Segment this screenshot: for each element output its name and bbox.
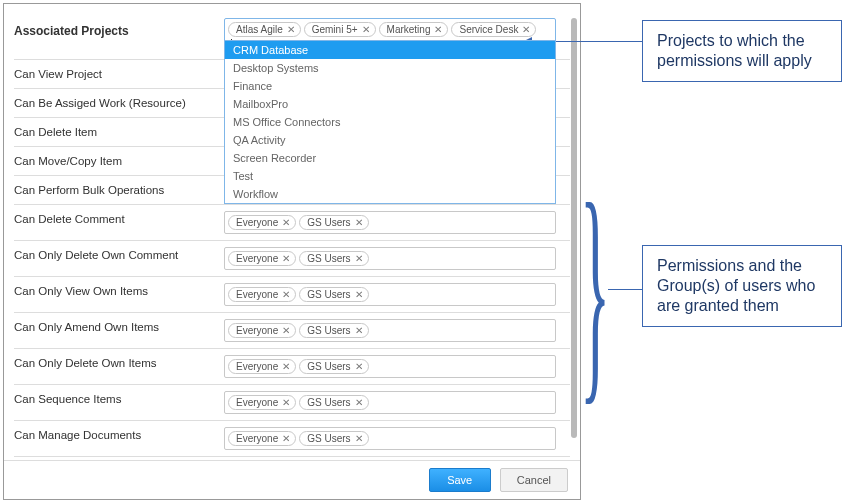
permission-groups-input[interactable]: Everyone✕GS Users✕ <box>224 283 556 306</box>
tag-label: GS Users <box>307 325 350 336</box>
permission-row: Can Only Amend Own ItemsEveryone✕GS User… <box>14 313 570 349</box>
permission-groups-input[interactable]: Everyone✕GS Users✕ <box>224 427 556 450</box>
group-tag[interactable]: GS Users✕ <box>299 323 368 338</box>
group-tag[interactable]: Everyone✕ <box>228 323 296 338</box>
dropdown-item[interactable]: MailboxPro <box>225 95 555 113</box>
group-tag[interactable]: Everyone✕ <box>228 287 296 302</box>
permission-row: Can Only Delete Own ItemsEveryone✕GS Use… <box>14 349 570 385</box>
group-tag[interactable]: Everyone✕ <box>228 431 296 446</box>
project-tag[interactable]: Marketing✕ <box>379 22 449 37</box>
remove-tag-icon[interactable]: ✕ <box>355 433 363 444</box>
remove-tag-icon[interactable]: ✕ <box>522 24 530 35</box>
dropdown-item[interactable]: Workflow <box>225 185 555 203</box>
group-tag[interactable]: Everyone✕ <box>228 251 296 266</box>
permission-label: Can Move/Copy Item <box>14 147 224 175</box>
permission-label: Can Manage Planner Board <box>14 457 224 460</box>
remove-tag-icon[interactable]: ✕ <box>355 217 363 228</box>
dropdown-item[interactable]: Finance <box>225 77 555 95</box>
callout-projects: Projects to which the permissions will a… <box>642 20 842 82</box>
save-button[interactable]: Save <box>429 468 491 492</box>
remove-tag-icon[interactable]: ✕ <box>282 217 290 228</box>
permissions-panel: Associated Projects Atlas Agile✕Gemini 5… <box>3 3 581 500</box>
permission-label: Can Sequence Items <box>14 385 224 413</box>
group-tag[interactable]: GS Users✕ <box>299 359 368 374</box>
permission-groups-cell: Everyone✕GS Users✕ <box>224 241 570 276</box>
permission-label: Can Only Delete Own Items <box>14 349 224 377</box>
group-tag[interactable]: GS Users✕ <box>299 431 368 446</box>
permission-row: Can Only Delete Own CommentEveryone✕GS U… <box>14 241 570 277</box>
dropdown-item[interactable]: Screen Recorder <box>225 149 555 167</box>
tag-label: Everyone <box>236 217 278 228</box>
button-bar: Save Cancel <box>4 460 580 499</box>
remove-tag-icon[interactable]: ✕ <box>362 24 370 35</box>
group-tag[interactable]: GS Users✕ <box>299 251 368 266</box>
permission-groups-input[interactable]: Everyone✕GS Users✕ <box>224 391 556 414</box>
group-tag[interactable]: GS Users✕ <box>299 287 368 302</box>
tag-label: GS Users <box>307 397 350 408</box>
permission-label: Can Only Amend Own Items <box>14 313 224 341</box>
tag-label: Everyone <box>236 397 278 408</box>
remove-tag-icon[interactable]: ✕ <box>282 253 290 264</box>
tag-label: Everyone <box>236 325 278 336</box>
dropdown-item[interactable]: MS Office Connectors <box>225 113 555 131</box>
associated-projects-row: Associated Projects Atlas Agile✕Gemini 5… <box>14 12 570 60</box>
project-tag[interactable]: Atlas Agile✕ <box>228 22 301 37</box>
remove-tag-icon[interactable]: ✕ <box>282 325 290 336</box>
permission-row: Can Delete CommentEveryone✕GS Users✕ <box>14 205 570 241</box>
permission-groups-input[interactable]: Everyone✕GS Users✕ <box>224 247 556 270</box>
callout-projects-text: Projects to which the permissions will a… <box>657 32 812 69</box>
associated-projects-cell: Atlas Agile✕Gemini 5+✕Marketing✕Service … <box>224 12 570 59</box>
tag-label: GS Users <box>307 217 350 228</box>
remove-tag-icon[interactable]: ✕ <box>434 24 442 35</box>
tag-label: Marketing <box>387 24 431 35</box>
scrollbar[interactable] <box>571 18 577 438</box>
dropdown-item[interactable]: Test <box>225 167 555 185</box>
permission-groups-cell: Everyone✕GS Users✕ <box>224 457 570 460</box>
dropdown-item[interactable]: CRM Database <box>225 41 555 59</box>
remove-tag-icon[interactable]: ✕ <box>355 253 363 264</box>
tag-label: GS Users <box>307 361 350 372</box>
tag-label: GS Users <box>307 289 350 300</box>
permission-groups-cell: Everyone✕GS Users✕ <box>224 277 570 312</box>
permission-label: Can View Project <box>14 60 224 88</box>
permission-groups-input[interactable]: Everyone✕GS Users✕ <box>224 319 556 342</box>
group-tag[interactable]: Everyone✕ <box>228 395 296 410</box>
permission-groups-input[interactable]: Everyone✕GS Users✕ <box>224 211 556 234</box>
tag-label: GS Users <box>307 433 350 444</box>
permission-groups-cell: Everyone✕GS Users✕ <box>224 349 570 384</box>
group-tag[interactable]: Everyone✕ <box>228 359 296 374</box>
project-tag[interactable]: Gemini 5+✕ <box>304 22 376 37</box>
remove-tag-icon[interactable]: ✕ <box>282 397 290 408</box>
remove-tag-icon[interactable]: ✕ <box>355 361 363 372</box>
remove-tag-icon[interactable]: ✕ <box>355 289 363 300</box>
permission-label: Can Manage Documents <box>14 421 224 449</box>
remove-tag-icon[interactable]: ✕ <box>355 325 363 336</box>
remove-tag-icon[interactable]: ✕ <box>282 289 290 300</box>
dropdown-item[interactable]: Desktop Systems <box>225 59 555 77</box>
brace-icon: } <box>580 169 610 412</box>
group-tag[interactable]: GS Users✕ <box>299 215 368 230</box>
permission-groups-cell: Everyone✕GS Users✕ <box>224 313 570 348</box>
remove-tag-icon[interactable]: ✕ <box>282 433 290 444</box>
tag-label: Everyone <box>236 433 278 444</box>
callout-permissions-text: Permissions and the Group(s) of users wh… <box>657 257 815 314</box>
permission-groups-input[interactable]: Everyone✕GS Users✕ <box>224 355 556 378</box>
project-dropdown[interactable]: CRM DatabaseDesktop SystemsFinanceMailbo… <box>224 40 556 204</box>
group-tag[interactable]: GS Users✕ <box>299 395 368 410</box>
brace-connector <box>608 289 642 290</box>
project-tag[interactable]: Service Desk✕ <box>451 22 536 37</box>
permission-label: Can Be Assiged Work (Resource) <box>14 89 224 117</box>
callout-permissions: Permissions and the Group(s) of users wh… <box>642 245 842 327</box>
permission-label: Can Delete Comment <box>14 205 224 233</box>
tag-label: Everyone <box>236 361 278 372</box>
permission-label: Can Perform Bulk Operations <box>14 176 224 204</box>
remove-tag-icon[interactable]: ✕ <box>287 24 295 35</box>
cancel-button[interactable]: Cancel <box>500 468 568 492</box>
scroll-area: Associated Projects Atlas Agile✕Gemini 5… <box>4 4 580 460</box>
remove-tag-icon[interactable]: ✕ <box>282 361 290 372</box>
group-tag[interactable]: Everyone✕ <box>228 215 296 230</box>
remove-tag-icon[interactable]: ✕ <box>355 397 363 408</box>
permission-groups-cell: Everyone✕GS Users✕ <box>224 205 570 240</box>
dropdown-item[interactable]: QA Activity <box>225 131 555 149</box>
tag-label: Everyone <box>236 253 278 264</box>
